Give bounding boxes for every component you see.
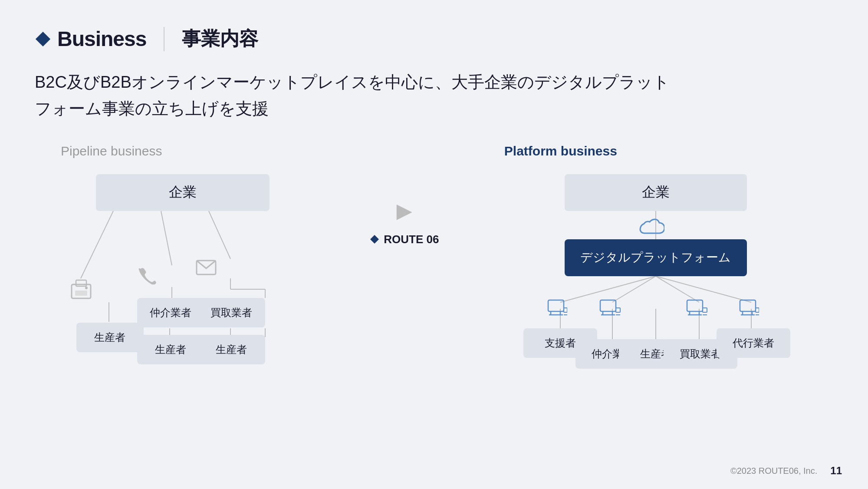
pipeline-producer1-node: 生産者	[76, 323, 144, 352]
pipeline-nakadori1-node: 仲介業者	[137, 298, 204, 327]
route06-badge: ROUTE 06	[370, 233, 439, 246]
slide: Business 事業内容 B2C及びB2Bオンラインマーケットプレイスを中心に…	[0, 0, 868, 489]
digital-platform-box: デジタルプラットフォーム	[565, 239, 747, 276]
pipeline-section: Pipeline business	[35, 144, 331, 348]
svg-rect-46	[740, 300, 756, 311]
phone-icon	[137, 265, 156, 289]
svg-marker-17	[370, 235, 379, 244]
platform-company-label: 企業	[642, 183, 670, 202]
header-subtitle: 事業内容	[182, 26, 258, 52]
pipeline-kaidori-node: 買取業者	[198, 298, 265, 327]
header-business-section: Business	[35, 27, 146, 51]
monitor-center-right-icon	[686, 298, 708, 321]
pipeline-company-box: 企業	[96, 174, 270, 211]
content-area: Pipeline business	[35, 144, 833, 361]
page-title: Business	[57, 27, 146, 51]
pipeline-company-label: 企業	[169, 183, 197, 202]
svg-rect-14	[75, 291, 87, 296]
pipeline-label: Pipeline business	[35, 144, 162, 159]
svg-point-15	[85, 287, 88, 289]
monitor-center-left-icon	[599, 298, 621, 321]
page-number: 11	[830, 465, 842, 477]
platform-diagram: 企業 デジタルプラットフォーム	[504, 174, 808, 361]
description-line1: B2C及びB2Bオンラインマーケットプレイスを中心に、大手企業のデジタルプラット	[35, 73, 670, 91]
svg-line-1	[81, 211, 113, 278]
svg-line-2	[161, 211, 172, 265]
description: B2C及びB2Bオンラインマーケットプレイスを中心に、大手企業のデジタルプラット…	[35, 69, 833, 122]
route06-center: ► ROUTE 06	[357, 144, 452, 246]
footer: ©2023 ROUTE06, Inc. 11	[730, 465, 842, 477]
svg-line-3	[209, 211, 230, 259]
svg-rect-40	[687, 300, 703, 311]
fax-icon	[70, 278, 92, 306]
svg-rect-38	[616, 308, 620, 312]
platform-daikousha-node: 代行業者	[717, 328, 790, 358]
route06-diamond-icon	[370, 235, 379, 244]
arrow-icon: ►	[391, 196, 417, 226]
mail-icon	[196, 259, 217, 281]
svg-rect-28	[548, 300, 564, 311]
diamond-icon	[35, 31, 51, 47]
monitor-left-icon	[547, 298, 567, 321]
digital-platform-label: デジタルプラットフォーム	[580, 249, 731, 266]
pipeline-diagram: 企業	[57, 174, 309, 348]
header: Business 事業内容	[35, 26, 833, 52]
cloud-icon	[638, 217, 664, 243]
header-divider	[164, 27, 164, 51]
svg-marker-0	[36, 31, 50, 46]
description-line2: フォーム事業の立ち上げを支援	[35, 99, 269, 118]
svg-rect-44	[703, 308, 707, 312]
copyright: ©2023 ROUTE06, Inc.	[730, 466, 817, 476]
platform-company-box: 企業	[565, 174, 747, 211]
platform-section: Platform business	[478, 144, 833, 361]
pipeline-producer3-node: 生産者	[198, 335, 265, 364]
pipeline-producer2-node: 生産者	[137, 335, 204, 364]
svg-rect-13	[76, 280, 86, 286]
monitor-right-icon	[739, 298, 759, 321]
svg-rect-34	[600, 300, 616, 311]
route06-text: ROUTE 06	[384, 233, 439, 246]
platform-label: Platform business	[478, 144, 617, 159]
